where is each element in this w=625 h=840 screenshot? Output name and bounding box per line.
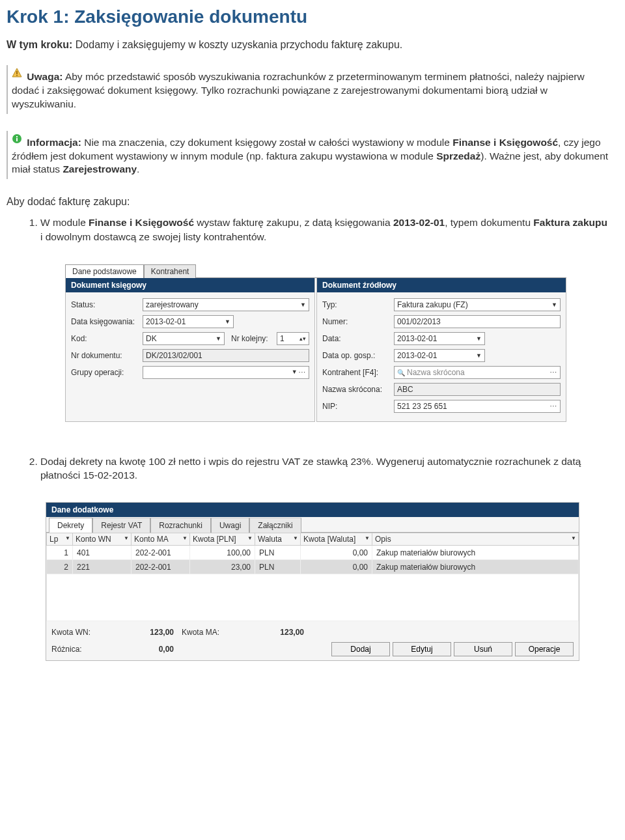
nr-kolejny-label: Nr kolejny:	[225, 334, 277, 343]
tab-kontrahent[interactable]: Kontrahent	[144, 264, 197, 278]
ellipsis-icon: ···	[550, 369, 557, 376]
cell-opis: Zakup materiałów biurowych	[372, 546, 579, 560]
info-text1: Nie ma znaczenia, czy dokument księgowy …	[81, 137, 452, 148]
info-text4: .	[137, 163, 139, 175]
roznica-value: 0,00	[110, 645, 182, 654]
kontrahent-lookup[interactable]: 🔍Nazwa skrócona···	[394, 366, 561, 379]
svg-rect-1	[16, 71, 18, 74]
cell-kwota: 23,00	[190, 560, 255, 574]
cell-kwota: 100,00	[190, 546, 255, 560]
numer-field[interactable]: 001/02/2013	[394, 315, 561, 328]
table-row[interactable]: 1 401 202-2-001 100,00 PLN 0,00 Zakup ma…	[47, 546, 579, 560]
warning-text: Aby móc przedstawić sposób wyszukiwania …	[12, 71, 585, 109]
step1-end: i dowolnym dostawcą ze swojej listy kont…	[40, 231, 266, 242]
cell-lp: 2	[47, 560, 73, 574]
tab-rozrachunki[interactable]: Rozrachunki	[150, 518, 211, 533]
chevron-down-icon: ▼···	[292, 369, 306, 376]
data-ksiegowania-label: Data księgowania:	[71, 317, 143, 326]
nip-label: NIP:	[322, 402, 394, 411]
kwota-wn-label: Kwota WN:	[51, 628, 110, 637]
status-label: Status:	[71, 300, 143, 309]
chevron-down-icon: ▼	[247, 535, 253, 541]
numer-value: 001/02/2013	[397, 317, 441, 326]
data-value: 2013-02-01	[397, 334, 437, 343]
svg-rect-4	[16, 138, 18, 141]
warning-callout: Uwaga: Aby móc przedstawić sposób wyszuk…	[7, 65, 612, 114]
grid-footer: Kwota WN: 123,00 Kwota MA: 123,00 Różnic…	[46, 621, 579, 660]
tab-zalaczniki[interactable]: Załączniki	[249, 518, 301, 533]
steps-list-2: Dodaj dekrety na kwotę 100 zł netto i wp…	[40, 455, 612, 483]
col-kwota-pln[interactable]: Kwota [PLN]▼	[190, 533, 255, 546]
nr-kolejny-value: 1	[280, 334, 285, 343]
col-kwota-waluta[interactable]: Kwota [Waluta]▼	[301, 533, 372, 546]
chevron-down-icon: ▼	[476, 352, 482, 359]
spinner-icon: ▴▾	[299, 335, 306, 342]
data-ksiegowania-picker[interactable]: 2013-02-01▼	[143, 315, 234, 328]
dodaj-button[interactable]: Dodaj	[331, 642, 390, 656]
cell-lp: 1	[47, 546, 73, 560]
chevron-down-icon: ▼	[551, 301, 557, 308]
data-ksiegowania-value: 2013-02-01	[146, 317, 186, 326]
data-op-gosp-value: 2013-02-01	[397, 351, 437, 360]
cell-wn: 221	[73, 560, 132, 574]
info-label: Informacja:	[27, 137, 81, 148]
chevron-down-icon: ▼	[571, 535, 576, 541]
step1-mid: wystaw fakturę zakupu, z datą księgowani…	[194, 217, 393, 228]
kwota-wn-value: 123,00	[110, 628, 182, 637]
kwota-ma-label: Kwota MA:	[182, 628, 240, 637]
kontrahent-placeholder: Nazwa skrócona	[407, 368, 465, 377]
info-icon	[12, 133, 22, 148]
search-icon: 🔍	[397, 369, 405, 376]
nip-field[interactable]: 521 23 25 651···	[394, 400, 561, 413]
intro-paragraph: W tym kroku: Dodamy i zaksięgujemy w kos…	[7, 39, 612, 51]
grupy-operacji-picker[interactable]: ▼···	[143, 366, 309, 379]
usun-button[interactable]: Usuń	[454, 642, 512, 656]
col-lp[interactable]: Lp▼	[47, 533, 73, 546]
data-picker[interactable]: 2013-02-01▼	[394, 332, 485, 345]
edytuj-button[interactable]: Edytuj	[393, 642, 451, 656]
nip-value: 521 23 25 651	[397, 402, 447, 411]
roznica-label: Różnica:	[51, 645, 110, 654]
screenshot-grid: Dane dodatkowe Dekrety Rejestr VAT Rozra…	[46, 502, 579, 661]
grid-tabs: Dekrety Rejestr VAT Rozrachunki Uwagi Za…	[46, 517, 579, 533]
cell-waluta: PLN	[255, 546, 301, 560]
numer-label: Numer:	[322, 317, 394, 326]
status-value: zarejestrowany	[146, 300, 199, 309]
chevron-down-icon: ▼	[476, 335, 482, 342]
cell-kwota-waluta: 0,00	[301, 560, 372, 574]
data-op-gosp-picker[interactable]: 2013-02-01▼	[394, 349, 485, 362]
info-b1: Finanse i Księgowość	[452, 137, 558, 148]
intro-prefix: W tym kroku:	[7, 39, 72, 50]
nr-kolejny-stepper[interactable]: 1▴▾	[277, 332, 309, 345]
nr-dokumentu-value: DK/2013/02/001	[146, 351, 202, 360]
step1-b1: Finanse i Księgowość	[89, 217, 194, 228]
subhead: Aby dodać fakturę zakupu:	[7, 196, 612, 208]
typ-dropdown[interactable]: Faktura zakupu (FZ)▼	[394, 298, 561, 311]
col-konto-ma[interactable]: Konto MA▼	[132, 533, 190, 546]
col-konto-wn[interactable]: Konto WN▼	[73, 533, 132, 546]
cell-wn: 401	[73, 546, 132, 560]
tab-dekrety[interactable]: Dekrety	[49, 518, 92, 533]
nr-dokumentu-label: Nr dokumentu:	[71, 351, 143, 360]
operacje-button[interactable]: Operacje	[515, 642, 574, 656]
nr-dokumentu-field: DK/2013/02/001	[143, 349, 309, 362]
chevron-down-icon: ▼	[300, 301, 306, 308]
col-opis[interactable]: Opis▼	[372, 533, 579, 546]
step-1: W module Finanse i Księgowość wystaw fak…	[40, 216, 612, 244]
status-dropdown[interactable]: zarejestrowany▼	[143, 298, 309, 311]
ellipsis-icon: ···	[550, 402, 557, 410]
tab-uwagi[interactable]: Uwagi	[211, 518, 249, 533]
table-row[interactable]: 2 221 202-2-001 23,00 PLN 0,00 Zakup mat…	[47, 560, 579, 574]
kontrahent-label: Kontrahent [F4]:	[322, 368, 394, 377]
typ-value: Faktura zakupu (FZ)	[397, 300, 468, 309]
step1-pre: W module	[40, 217, 89, 228]
cell-ma: 202-2-001	[132, 560, 190, 574]
tab-rejestr-vat[interactable]: Rejestr VAT	[92, 518, 150, 533]
col-waluta[interactable]: Waluta▼	[255, 533, 301, 546]
kod-dropdown[interactable]: DK▼	[143, 332, 225, 345]
intro-text: Dodamy i zaksięgujemy w koszty uzyskania…	[72, 39, 402, 50]
cell-opis: Zakup materiałów biurowych	[372, 560, 579, 574]
tab-dane-podstawowe[interactable]: Dane podstawowe	[65, 264, 144, 278]
chevron-down-icon: ▼	[215, 335, 221, 342]
svg-rect-5	[16, 136, 18, 137]
